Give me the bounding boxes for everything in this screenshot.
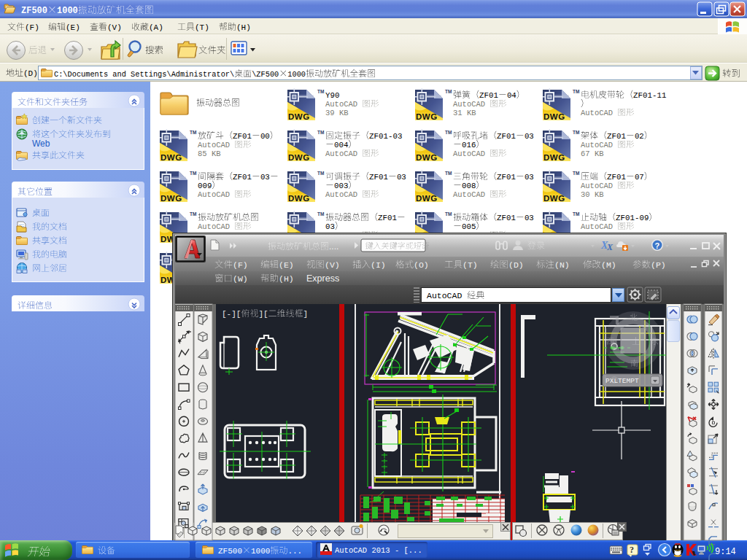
- svg-text:(H): (H): [279, 274, 294, 284]
- svg-text:]: ]: [303, 310, 309, 319]
- svg-text:?: ?: [655, 241, 660, 250]
- svg-text:?: ?: [630, 545, 634, 555]
- svg-text:(M): (M): [601, 260, 616, 270]
- svg-text:...: ...: [287, 547, 302, 556]
- svg-text:PXLTEMPT: PXLTEMPT: [605, 377, 639, 385]
- svg-text:(P): (P): [651, 260, 666, 270]
- svg-text:ZF500: ZF500: [218, 547, 242, 556]
- svg-text:AutoCAD: AutoCAD: [427, 291, 462, 300]
- svg-text:9:14: 9:14: [715, 547, 736, 557]
- svg-text:(D): (D): [508, 260, 524, 270]
- svg-text:(T): (T): [462, 260, 478, 270]
- svg-text:1000: 1000: [251, 547, 270, 556]
- svg-text:][: ][: [258, 310, 268, 319]
- svg-text:(W): (W): [233, 274, 248, 284]
- svg-text:(F): (F): [233, 260, 248, 270]
- svg-text:(E): (E): [279, 260, 294, 270]
- svg-text:AutoCAD 2013 - [...: AutoCAD 2013 - [...: [335, 546, 422, 555]
- svg-text:(O): (O): [414, 260, 429, 270]
- svg-text:(I): (I): [371, 260, 386, 270]
- svg-text:Express: Express: [306, 273, 339, 284]
- svg-text:[-][: [-][: [222, 310, 241, 319]
- svg-text:....: ....: [329, 241, 338, 252]
- svg-text:X: X: [606, 242, 614, 252]
- svg-text:(V): (V): [325, 260, 340, 270]
- svg-text:(N): (N): [554, 260, 570, 270]
